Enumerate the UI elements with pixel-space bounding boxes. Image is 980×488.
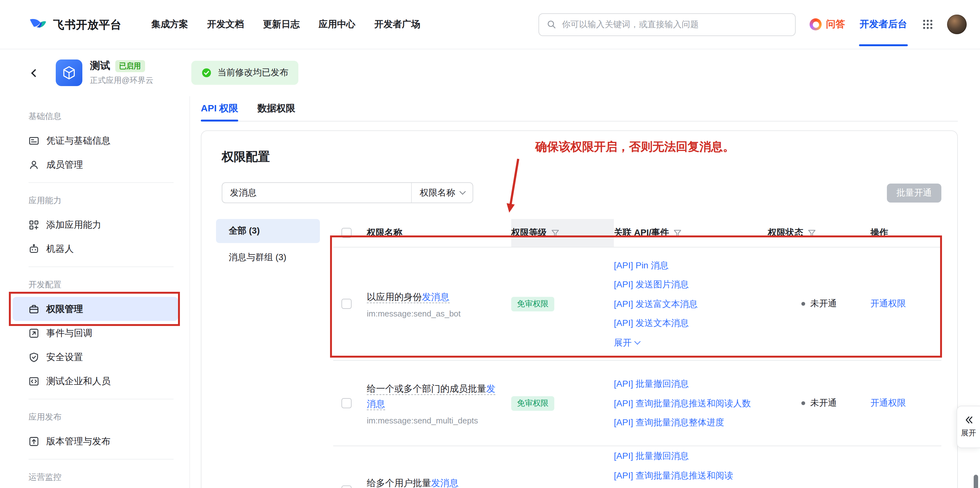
scrollbar-thumb[interactable]: [974, 475, 978, 488]
expand-panel-button[interactable]: 展开: [956, 406, 980, 448]
nav-item-solutions[interactable]: 集成方案: [151, 18, 188, 30]
api-link[interactable]: [API] 查询批量消息推送和阅读人数: [614, 394, 758, 413]
developer-console-link[interactable]: 开发者后台: [860, 18, 907, 30]
sidebar-item-version-release[interactable]: 版本管理与发布: [13, 429, 178, 453]
sidebar-item-label: 机器人: [46, 243, 74, 255]
name-highlight: 发消息: [431, 478, 459, 488]
filter-icon[interactable]: [673, 229, 682, 237]
name-text: 以应用的身份: [367, 292, 422, 302]
publish-status-pill: 当前修改均已发布: [191, 61, 298, 85]
sidebar-item-label: 成员管理: [46, 158, 83, 171]
name-text: 给一个或多个部门的成员批量: [367, 383, 486, 394]
permission-name: 给多个用户批量发消息: [367, 475, 497, 488]
developer-console-label: 开发者后台: [860, 18, 907, 29]
chevron-down-icon: [635, 338, 640, 344]
section-divider: [29, 459, 173, 459]
qa-link[interactable]: 问答: [810, 18, 845, 30]
sidebar-item-label: 权限管理: [46, 303, 83, 315]
sidebar-section-monitoring: 运营监控: [0, 465, 189, 488]
tab-data-permissions[interactable]: 数据权限: [257, 96, 295, 121]
sidebar-section-basic-info: 基础信息: [0, 105, 189, 128]
nav-item-app-center[interactable]: 应用中心: [319, 18, 355, 30]
nav-item-docs[interactable]: 开发文档: [207, 18, 244, 30]
sidebar-item-add-capability[interactable]: 添加应用能力: [13, 213, 178, 237]
search-field-select[interactable]: 权限名称: [411, 183, 473, 203]
nav-item-changelog[interactable]: 更新日志: [263, 18, 300, 30]
api-link[interactable]: [API] 发送富文本消息: [614, 294, 758, 314]
api-link[interactable]: [API] 批量撤回消息: [614, 446, 758, 466]
nav-item-developer-plaza[interactable]: 开发者广场: [374, 18, 420, 30]
sidebar-item-label: 安全设置: [46, 351, 83, 363]
apps-grid-icon[interactable]: [922, 19, 933, 30]
sidebar-item-test-org[interactable]: 测试企业和人员: [13, 369, 178, 393]
row-checkbox[interactable]: [342, 299, 352, 309]
sidebar-section-dev-config: 开发配置: [0, 273, 189, 297]
sidebar-section-release: 应用发布: [0, 405, 189, 429]
status-dot: [801, 401, 805, 405]
api-link[interactable]: [API] Pin 消息: [614, 256, 758, 275]
main-content: API 权限 数据权限 权限配置 权限名称 批量开通: [190, 96, 980, 488]
sidebar-item-label: 添加应用能力: [46, 219, 101, 231]
permission-name: 给一个或多个部门的成员批量发消息: [367, 381, 497, 411]
permission-search-input[interactable]: [222, 188, 411, 198]
top-navbar: 飞书开放平台 集成方案 开发文档 更新日志 应用中心 开发者广场 问答 开发者后…: [0, 0, 980, 49]
sidebar-item-events[interactable]: 事件与回调: [13, 321, 178, 345]
col-header-api: 关联 API/事件: [614, 227, 669, 239]
brand-name: 飞书开放平台: [53, 17, 122, 32]
sidebar-item-members[interactable]: 成员管理: [13, 152, 178, 177]
qa-label: 问答: [826, 18, 845, 30]
tab-api-permissions[interactable]: API 权限: [201, 96, 238, 121]
api-link[interactable]: [API] 查询批量消息整体进度: [614, 413, 758, 432]
cube-icon: [61, 65, 77, 81]
id-card-icon: [29, 135, 39, 146]
annotation-text: 确保该权限开启，否则无法回复消息。: [535, 139, 735, 154]
search-field-label: 权限名称: [420, 187, 455, 198]
level-badge: 免审权限: [511, 396, 554, 410]
row-checkbox[interactable]: [342, 398, 352, 408]
back-button[interactable]: [29, 67, 41, 79]
publish-up-icon: [29, 436, 39, 447]
status-text: 未开通: [810, 298, 837, 309]
briefcase-icon: [29, 304, 39, 314]
topnav-menu: 集成方案 开发文档 更新日志 应用中心 开发者广场: [151, 18, 420, 30]
feishu-logo-icon: [29, 16, 48, 33]
sidebar-item-bot[interactable]: 机器人: [13, 237, 178, 261]
global-search-input[interactable]: [562, 20, 788, 29]
category-all[interactable]: 全部 (3): [216, 219, 320, 243]
app-header: 测试 已启用 正式应用@环界云 当前修改均已发布: [0, 49, 980, 96]
enable-permission-link[interactable]: 开通权限: [870, 298, 941, 309]
filter-icon[interactable]: [808, 229, 816, 237]
sidebar-item-permissions[interactable]: 权限管理: [13, 297, 178, 321]
batch-enable-button[interactable]: 批量开通: [887, 183, 941, 202]
category-message-group[interactable]: 消息与群组 (3): [216, 246, 320, 269]
api-link[interactable]: [API] 发送文本消息: [614, 314, 758, 333]
enable-permission-link[interactable]: 开通权限: [870, 398, 941, 409]
event-callback-icon: [29, 328, 39, 338]
user-avatar[interactable]: [947, 14, 967, 34]
api-link[interactable]: [API] 批量撤回消息: [614, 374, 758, 394]
feishu-logo[interactable]: 飞书开放平台: [29, 16, 122, 33]
chevron-down-icon: [459, 189, 465, 194]
sidebar-section-capabilities: 应用能力: [0, 189, 189, 213]
shield-icon: [29, 352, 39, 362]
feishu-open-platform-console: 飞书开放平台 集成方案 开发文档 更新日志 应用中心 开发者广场 问答 开发者后…: [0, 0, 980, 488]
table-row: 给一个或多个部门的成员批量发消息 im:message:send_multi_d…: [333, 361, 941, 446]
filter-icon[interactable]: [551, 229, 559, 237]
permission-name: 以应用的身份发消息: [367, 289, 497, 304]
sidebar-item-credentials[interactable]: 凭证与基础信息: [13, 128, 178, 152]
check-circle-icon: [202, 68, 212, 78]
row-checkbox[interactable]: [342, 485, 352, 488]
global-search[interactable]: [538, 13, 795, 36]
expand-apis-link[interactable]: 展开: [614, 333, 758, 352]
api-link[interactable]: [API] 发送图片消息: [614, 275, 758, 294]
col-header-action: 操作: [870, 227, 888, 239]
sidebar: 基础信息 凭证与基础信息 成员管理 应用能力 添加应用能力: [0, 96, 190, 488]
api-link[interactable]: [API] 查询批量消息推送和阅读: [614, 466, 758, 485]
table-header: 权限名称 权限等级 关联 API/事件: [333, 219, 941, 247]
sidebar-item-security[interactable]: 安全设置: [13, 345, 178, 369]
chevron-left-icon: [31, 69, 39, 77]
permission-search[interactable]: 权限名称: [222, 182, 473, 203]
sidebar-item-label: 测试企业和人员: [46, 375, 111, 387]
select-all-checkbox[interactable]: [342, 228, 352, 238]
expand-panel-label: 展开: [961, 428, 976, 439]
